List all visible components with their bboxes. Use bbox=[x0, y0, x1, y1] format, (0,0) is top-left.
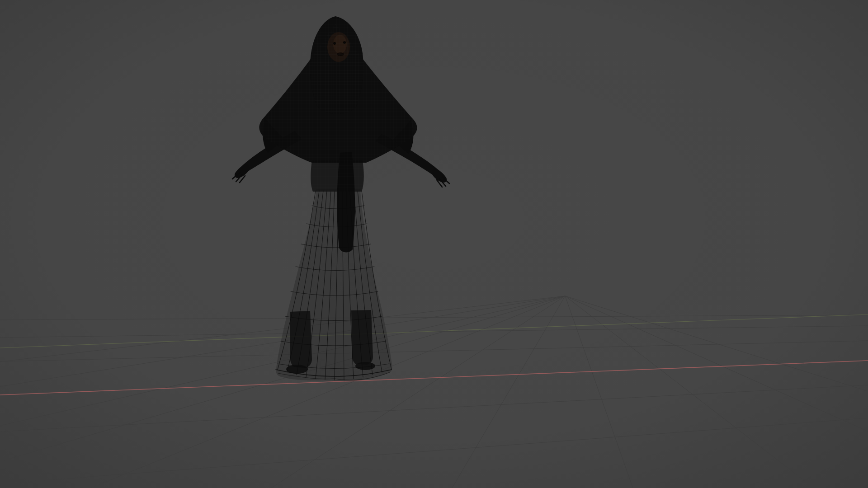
scene-canvas bbox=[0, 0, 868, 488]
viewport-3d[interactable] bbox=[0, 0, 868, 488]
viewport-vignette bbox=[0, 0, 868, 488]
